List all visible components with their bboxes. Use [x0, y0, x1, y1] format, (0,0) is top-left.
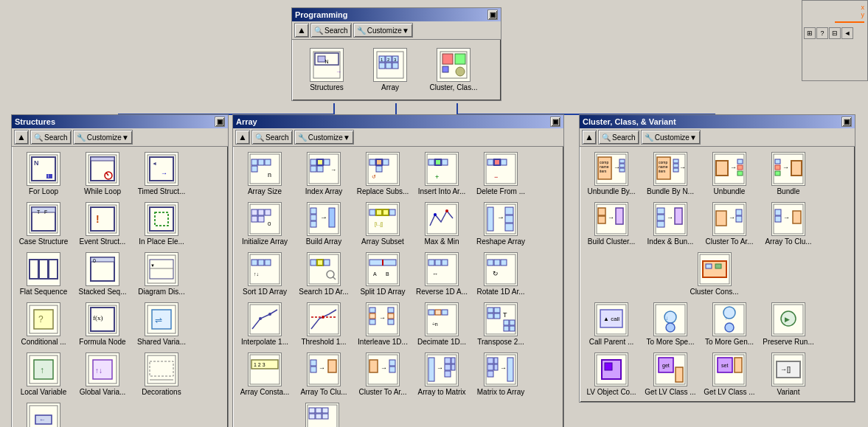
cluster-item-to-more-spe[interactable]: ↓ To More Spe... — [642, 300, 699, 349]
struct-item-event[interactable]: ! Event Struct... — [74, 200, 131, 249]
prog-item-structures[interactable]: N → Structures — [298, 46, 355, 94]
struct-item-for-loop[interactable]: N i For Loop — [15, 150, 72, 198]
cluster-close-btn[interactable]: ▣ — [841, 117, 852, 127]
cluster-item-bundle[interactable]: → Bundle — [760, 150, 817, 198]
array-item-arr-to-mat[interactable]: → Array to Matrix — [413, 350, 471, 399]
array-item-interleave[interactable]: → Interleave 1D... — [354, 300, 412, 349]
cluster-customize-btn[interactable]: 🔧 Customize▼ — [641, 130, 701, 145]
small-btn-1[interactable]: ⊞ — [804, 27, 816, 39]
struct-item-conditional[interactable]: ? Conditional ... — [15, 300, 72, 349]
cluster-item-arr-to-clu[interactable]: → Array To Clu... — [760, 200, 817, 249]
threshold-label: Threshold 1... — [301, 338, 346, 347]
struct-item-while-loop[interactable]: While Loop — [74, 150, 131, 198]
programming-customize-btn[interactable]: 🔧 Customize▼ — [353, 23, 413, 38]
svg-rect-108 — [494, 159, 500, 165]
array-back-btn[interactable]: ▲ — [235, 130, 250, 145]
cluster-item-unbundle[interactable]: → Unbundle — [701, 150, 758, 198]
struct-item-feedback-node[interactable]: ← Feedback No... — [15, 400, 72, 427]
array-item-init[interactable]: 0 Initialize Array — [236, 200, 294, 249]
array-search-btn[interactable]: 🔍 Search — [251, 130, 293, 145]
cluster-item-build-cluster[interactable]: → Build Cluster... — [583, 200, 640, 249]
struct-item-case[interactable]: T F Case Structure — [15, 200, 72, 249]
array-item-delete[interactable]: − Delete From ... — [472, 150, 530, 198]
to-more-gen-label: To More Gen... — [705, 338, 754, 347]
array-item-const[interactable]: 1 2 3 Array Consta... — [236, 350, 294, 399]
cluster-item-clu-to-arr[interactable]: → Cluster To Ar... — [701, 200, 758, 249]
to-more-gen-icon: ↑ — [712, 302, 746, 336]
struct-item-inplace[interactable]: In Place Ele... — [133, 200, 190, 249]
svg-rect-302 — [605, 363, 612, 370]
array-item-rotate[interactable]: ↻ Rotate 1D Ar... — [472, 250, 530, 299]
array-subset-icon: [i..j] — [366, 202, 400, 236]
array-item-transpose[interactable]: T Transpose 2... — [472, 300, 530, 349]
max-min-label: Max & Min — [424, 237, 459, 246]
cluster-item-call-parent[interactable]: ▲ call Call Parent ... — [583, 300, 640, 349]
small-btn-3[interactable]: ⊟ — [829, 27, 841, 39]
array-customize-btn[interactable]: 🔧 Customize▼ — [294, 130, 354, 145]
programming-back-btn[interactable]: ▲ — [294, 23, 309, 38]
svg-text:item: item — [659, 169, 665, 173]
array-item-reverse[interactable]: ↔ Reverse 1D A... — [413, 250, 471, 299]
programming-close-btn[interactable]: ▣ — [487, 10, 498, 20]
array-item-insert[interactable]: + Insert Into Ar... — [413, 150, 471, 198]
struct-item-timed-struct[interactable]: ◄ → Timed Struct... — [133, 150, 190, 198]
structures-search-btn[interactable]: 🔍 Search — [30, 130, 72, 145]
struct-item-stacked-seq[interactable]: 0 Stacked Seq... — [74, 250, 131, 299]
struct-item-local-var[interactable]: ↑ Local Variable — [15, 350, 72, 399]
reverse-1d-label: Reverse 1D A... — [416, 288, 468, 296]
cluster-item-get-lv-class1[interactable]: get Get LV Class ... — [642, 350, 699, 399]
cluster-item-preserve-run[interactable]: ▶ Preserve Run... — [760, 300, 817, 349]
array-item-decimate[interactable]: ÷n Decimate 1D... — [413, 300, 471, 349]
init-array-icon: 0 — [248, 202, 282, 236]
small-btn-4[interactable]: ◄ — [841, 27, 853, 39]
preserve-run-icon: ▶ — [771, 302, 805, 336]
cluster-item-get-lv-class2[interactable]: set Get LV Class ... — [701, 350, 758, 399]
struct-item-flat-seq[interactable]: Flat Sequence — [15, 250, 72, 299]
cluster-item-to-more-gen[interactable]: ↑ To More Gen... — [701, 300, 758, 349]
array-item-sort[interactable]: ↑↓ Sort 1D Array — [236, 250, 294, 299]
array-item-matrix[interactable]: ▶ Matrix — [294, 400, 351, 427]
struct-item-shared-var[interactable]: ⇌ Shared Varia... — [133, 300, 190, 349]
array-item-mat-to-arr[interactable]: → Matrix to Array — [472, 350, 530, 399]
svg-rect-199 — [310, 367, 316, 372]
array-item-reshape[interactable]: → Reshape Array — [472, 200, 530, 249]
struct-item-global-var[interactable]: ↑↓ Global Varia... — [74, 350, 131, 399]
array-item-search[interactable]: Search 1D Ar... — [295, 250, 353, 299]
array-item-split[interactable]: A B Split 1D Array — [354, 250, 412, 299]
svg-rect-178 — [388, 319, 394, 324]
structures-back-btn[interactable]: ▲ — [14, 130, 29, 145]
array-item-build[interactable]: → Build Array — [295, 200, 353, 249]
array-item-replace[interactable]: ↺ Replace Subs... — [354, 150, 412, 198]
struct-item-decorations[interactable]: Decorations — [133, 350, 190, 399]
array-item-max-min[interactable]: Max & Min — [413, 200, 471, 249]
small-btn-2[interactable]: ? — [816, 27, 828, 39]
cluster-item-const[interactable]: Cluster Cons... — [583, 250, 846, 299]
array-close-btn[interactable]: ▣ — [550, 117, 560, 127]
array-item-subset[interactable]: [i..j] Array Subset — [354, 200, 412, 249]
cluster-item-index-bun[interactable]: → Index & Bun... — [642, 200, 699, 249]
struct-item-diagram-dis[interactable]: ▼ Diagram Dis... — [133, 250, 190, 299]
structures-close-btn[interactable]: ▣ — [215, 117, 225, 127]
cluster-item-variant[interactable]: →[] Variant — [760, 350, 817, 399]
structures-customize-btn[interactable]: 🔧 Customize▼ — [73, 130, 133, 145]
prog-item-cluster[interactable]: Cluster, Clas... — [425, 46, 482, 94]
struct-item-formula[interactable]: f(x) Formula Node — [74, 300, 131, 349]
svg-rect-267 — [657, 208, 664, 214]
cluster-item-bundle-by-n[interactable]: comp name item → Bundle By N... — [642, 150, 699, 198]
cluster-item-lv-object[interactable]: LV Object Co... — [583, 350, 640, 399]
programming-search-btn[interactable]: 🔍 Search — [310, 23, 352, 38]
prog-item-array[interactable]: 1 2 3 Array — [361, 46, 419, 94]
array-item-threshold[interactable]: Threshold 1... — [295, 300, 353, 349]
svg-rect-51 — [29, 260, 38, 279]
svg-rect-278 — [775, 209, 781, 215]
cluster-item-unbundle-by[interactable]: comp name item → Unbundle By... — [583, 150, 640, 198]
cluster-back-btn[interactable]: ▲ — [582, 130, 597, 145]
array-item-to-cluster[interactable]: → Array To Clu... — [295, 350, 353, 399]
array-item-clu-to-arr[interactable]: → Cluster To Ar... — [354, 350, 412, 399]
threshold-icon — [307, 302, 341, 336]
decimate-1d-label: Decimate 1D... — [417, 338, 466, 347]
array-item-index[interactable]: → Index Array — [295, 150, 353, 198]
array-item-interpolate[interactable]: Interpolate 1... — [236, 300, 294, 349]
array-item-size[interactable]: n Array Size — [236, 150, 294, 198]
cluster-search-btn[interactable]: 🔍 Search — [598, 130, 639, 145]
